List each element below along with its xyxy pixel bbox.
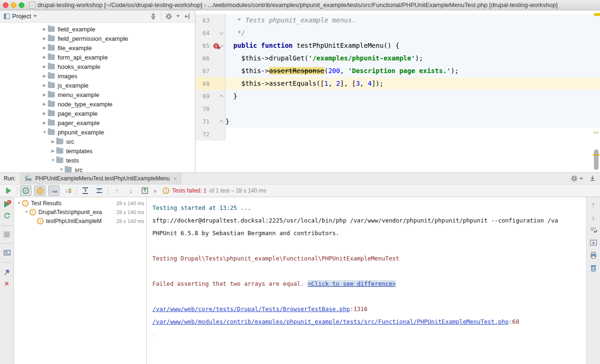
clear-all-icon[interactable]: [590, 264, 597, 272]
fold-marker-icon[interactable]: [219, 95, 224, 99]
editor-gutter[interactable]: 66: [195, 52, 225, 65]
error-stripe-caret-mark[interactable]: [593, 154, 600, 156]
line-number[interactable]: 64: [195, 27, 210, 39]
tree-expand-icon[interactable]: ▼: [23, 210, 30, 214]
code-line[interactable]: }: [225, 90, 600, 103]
project-tree-item[interactable]: ▶node_type_example: [0, 99, 195, 109]
error-stripe-mark[interactable]: [593, 132, 599, 134]
editor-gutter[interactable]: 71: [195, 115, 225, 128]
tree-expand-icon[interactable]: ▶: [41, 55, 48, 59]
project-tree-item[interactable]: ▶templates: [0, 146, 195, 156]
line-number[interactable]: 71: [195, 115, 210, 128]
code-line-row[interactable]: 70: [195, 103, 600, 115]
project-tree-item[interactable]: ▼phpunit_example: [0, 127, 195, 137]
tree-expand-icon[interactable]: ▶: [41, 120, 48, 125]
project-tree-item[interactable]: ▶field_permission_example: [0, 34, 195, 43]
sort-alphabetically-toggle[interactable]: ↓az: [48, 186, 60, 196]
project-tree-item[interactable]: ▶menu_example: [0, 90, 195, 99]
test-failed-gutter-icon[interactable]: !: [213, 43, 219, 49]
project-tree-item[interactable]: ▶pager_example: [0, 118, 195, 127]
error-stripe-warning-mark[interactable]: [594, 13, 600, 16]
tree-expand-icon[interactable]: ▶: [41, 27, 48, 31]
project-tree-item[interactable]: ▶field_example: [0, 24, 195, 34]
sort-by-duration-toggle[interactable]: ↓: [62, 186, 74, 196]
gear-icon[interactable]: [165, 13, 172, 20]
tree-expand-icon[interactable]: ▶: [41, 74, 48, 78]
code-line-row[interactable]: 63 * Tests phpunit_example menus.: [195, 14, 600, 27]
code-line[interactable]: $this->assertResponse(200, 'Description …: [225, 65, 600, 77]
code-line[interactable]: $this->drupalGet('/examples/phpunit-exam…: [225, 52, 600, 65]
editor-gutter[interactable]: 69: [195, 90, 225, 103]
project-tree-item[interactable]: ▼src: [0, 165, 195, 172]
line-number[interactable]: 68: [195, 77, 210, 90]
editor-gutter[interactable]: 67: [195, 65, 225, 77]
minimize-window-button[interactable]: [11, 2, 16, 8]
code-line[interactable]: }: [225, 115, 600, 128]
test-tree-row[interactable]: !testPhpUnitExampleM28 s 140 ms: [14, 216, 146, 225]
project-panel-title[interactable]: Project: [12, 13, 31, 20]
fold-marker-icon[interactable]: [219, 120, 224, 125]
gear-icon[interactable]: [570, 175, 578, 182]
tree-expand-icon[interactable]: ▶: [41, 45, 48, 50]
close-tab-icon[interactable]: ×: [173, 175, 177, 182]
toggle-auto-test-icon[interactable]: [3, 212, 11, 220]
project-tree-item[interactable]: ▶form_api_example: [0, 52, 195, 62]
test-tree-row[interactable]: ▼!Test Results28 s 140 ms: [14, 199, 146, 208]
previous-failed-test-button[interactable]: ↑: [111, 186, 122, 196]
toolbar-overflow-chevrons[interactable]: »: [153, 187, 156, 194]
fold-marker-icon[interactable]: [219, 30, 224, 35]
code-line-row[interactable]: 71}: [195, 115, 600, 128]
line-number[interactable]: 66: [195, 52, 210, 65]
tree-expand-icon[interactable]: ▶: [41, 83, 48, 88]
pin-tab-icon[interactable]: [3, 268, 11, 276]
tree-expand-icon[interactable]: ▼: [50, 158, 56, 163]
editor[interactable]: 63 * Tests phpunit_example menus.64 */65…: [195, 10, 600, 172]
code-line-row[interactable]: 72: [195, 128, 600, 141]
editor-gutter[interactable]: 72: [195, 128, 225, 141]
line-number[interactable]: 65: [195, 39, 210, 52]
code-line-row[interactable]: 68 $this->assertEquals([1, 2], [3, 4]);: [195, 77, 600, 90]
code-line-row[interactable]: 69 }: [195, 90, 600, 103]
chevron-down-icon[interactable]: [176, 15, 180, 17]
minimize-tool-window-icon[interactable]: [589, 175, 596, 182]
code-line[interactable]: * Tests phpunit_example menus.: [225, 14, 600, 27]
tree-expand-icon[interactable]: ▼: [58, 167, 65, 172]
show-console-icon[interactable]: [3, 249, 11, 257]
chevron-down-icon[interactable]: [579, 178, 583, 180]
line-number[interactable]: 67: [195, 65, 210, 77]
editor-gutter[interactable]: 63: [195, 14, 225, 27]
tree-expand-icon[interactable]: ▶: [41, 102, 48, 106]
tree-expand-icon[interactable]: ▼: [16, 201, 22, 205]
next-failed-test-button[interactable]: ↓: [125, 186, 136, 196]
tree-expand-icon[interactable]: ▶: [41, 36, 48, 41]
hide-panel-icon[interactable]: [184, 13, 191, 20]
project-tree-item[interactable]: ▶page_example: [0, 109, 195, 118]
run-tab[interactable]: php PHPUnitExampleMenuTest.testPhpUnitEx…: [20, 173, 181, 184]
editor-gutter[interactable]: 68: [195, 77, 225, 90]
code-line[interactable]: $this->assertEquals([1, 2], [3, 4]);: [225, 77, 600, 90]
project-tree-item[interactable]: ▶hooks_example: [0, 62, 195, 71]
project-tree-item[interactable]: ▼tests: [0, 156, 195, 165]
code-line[interactable]: [225, 103, 600, 115]
tree-expand-icon[interactable]: ▶: [41, 92, 48, 97]
console-link[interactable]: /var/www/web/core/tests/Drupal/Tests/Bro…: [152, 305, 350, 312]
close-window-button[interactable]: [3, 2, 8, 8]
console-link[interactable]: <Click to see difference>: [308, 280, 396, 287]
line-number[interactable]: 70: [195, 103, 210, 115]
code-line[interactable]: [225, 128, 600, 141]
collapse-all-icon[interactable]: [150, 13, 157, 20]
line-number[interactable]: 69: [195, 90, 210, 103]
code-line-row[interactable]: 65! public function testPhpUnitExampleMe…: [195, 39, 600, 52]
rerun-button[interactable]: [3, 186, 14, 196]
tree-expand-icon[interactable]: ▼: [41, 130, 48, 134]
collapse-all-button[interactable]: ≡: [94, 186, 105, 196]
close-icon[interactable]: ×: [5, 281, 9, 287]
soft-wrap-icon[interactable]: [590, 226, 597, 234]
console-link[interactable]: /var/www/web/modules/contrib/examples/ph…: [152, 318, 509, 325]
test-tree-row[interactable]: ▼!Drupal\Tests\phpunit_exa28 s 140 ms: [14, 208, 146, 216]
editor-gutter[interactable]: 70: [195, 103, 225, 115]
editor-gutter[interactable]: 65!: [195, 39, 225, 52]
tree-expand-icon[interactable]: ▶: [41, 64, 48, 69]
code-line[interactable]: */: [225, 27, 600, 39]
next-occurrence-icon[interactable]: ↓: [592, 214, 595, 221]
